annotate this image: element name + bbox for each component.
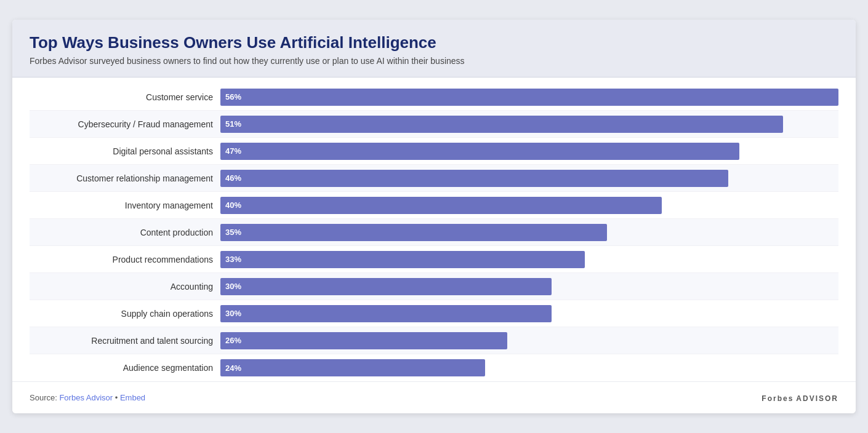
source-text: Source: Forbes Advisor • Embed — [30, 393, 145, 402]
embed-link[interactable]: Embed — [120, 393, 145, 402]
bar-value: 24% — [225, 363, 241, 373]
chart-area: Customer service56%Cybersecurity / Fraud… — [12, 77, 856, 381]
bar-fill: 40% — [220, 197, 662, 214]
chart-footer: Source: Forbes Advisor • Embed ForbesADV… — [12, 381, 856, 413]
source-label: Source: — [30, 393, 59, 402]
bar-fill: 46% — [220, 170, 728, 187]
bar-row: Cybersecurity / Fraud management51% — [30, 111, 838, 138]
bar-fill: 35% — [220, 224, 607, 241]
bar-label-text: Audience segmentation — [30, 363, 220, 373]
bar-container: 56% — [220, 86, 838, 108]
bar-fill: 24% — [220, 359, 485, 376]
source-separator: • — [113, 393, 120, 402]
bar-container: 30% — [220, 276, 838, 298]
bar-value: 26% — [225, 336, 241, 345]
bar-container: 46% — [220, 167, 838, 189]
bar-fill: 51% — [220, 116, 783, 133]
bar-fill: 33% — [220, 251, 585, 268]
bar-value: 46% — [225, 173, 241, 183]
bar-label-text: Cybersecurity / Fraud management — [30, 119, 220, 129]
bar-value: 30% — [225, 309, 241, 318]
bar-row: Recruitment and talent sourcing26% — [30, 327, 838, 354]
bar-row: Product recommendations33% — [30, 246, 838, 273]
bar-container: 47% — [220, 140, 838, 162]
bar-row: Supply chain operations30% — [30, 300, 838, 327]
bar-label-text: Supply chain operations — [30, 309, 220, 319]
bar-value: 30% — [225, 282, 241, 291]
bar-label-text: Digital personal assistants — [30, 146, 220, 156]
bar-row: Customer service56% — [30, 84, 838, 111]
bar-value: 35% — [225, 228, 241, 237]
infographic-card: Top Ways Business Owners Use Artificial … — [12, 20, 856, 413]
bar-label-text: Accounting — [30, 282, 220, 292]
bar-container: 51% — [220, 113, 838, 135]
bar-value: 47% — [225, 146, 241, 156]
bar-container: 30% — [220, 303, 838, 325]
bar-label-text: Customer service — [30, 92, 220, 102]
logo-light: ADVISOR — [796, 394, 838, 403]
bar-label-text: Recruitment and talent sourcing — [30, 336, 220, 346]
bar-container: 35% — [220, 221, 838, 244]
bar-value: 33% — [225, 255, 241, 264]
bar-value: 51% — [225, 119, 241, 129]
bar-row: Inventory management40% — [30, 192, 838, 219]
source-link[interactable]: Forbes Advisor — [59, 393, 113, 402]
bar-row: Digital personal assistants47% — [30, 138, 838, 165]
bar-row: Accounting30% — [30, 273, 838, 300]
bar-row: Audience segmentation24% — [30, 354, 838, 381]
bar-value: 56% — [225, 92, 241, 101]
chart-title: Top Ways Business Owners Use Artificial … — [30, 33, 838, 52]
bar-fill: 47% — [220, 143, 739, 160]
bar-fill: 26% — [220, 332, 507, 349]
bar-label-text: Customer relationship management — [30, 173, 220, 183]
bar-label-text: Product recommendations — [30, 255, 220, 264]
logo-bold: Forbes — [762, 394, 794, 403]
chart-subtitle: Forbes Advisor surveyed business owners … — [30, 56, 838, 66]
bar-row: Content production35% — [30, 219, 838, 246]
bar-row: Customer relationship management46% — [30, 165, 838, 192]
bar-container: 33% — [220, 248, 838, 271]
bar-container: 24% — [220, 357, 838, 379]
chart-header: Top Ways Business Owners Use Artificial … — [12, 20, 856, 77]
bar-label-text: Content production — [30, 228, 220, 237]
bar-fill: 56% — [220, 89, 838, 106]
bar-container: 40% — [220, 194, 838, 217]
bar-value: 40% — [225, 201, 241, 210]
bar-label-text: Inventory management — [30, 201, 220, 210]
bar-fill: 30% — [220, 305, 552, 322]
forbes-logo: ForbesADVISOR — [759, 391, 838, 405]
bar-fill: 30% — [220, 278, 552, 295]
bar-container: 26% — [220, 330, 838, 352]
